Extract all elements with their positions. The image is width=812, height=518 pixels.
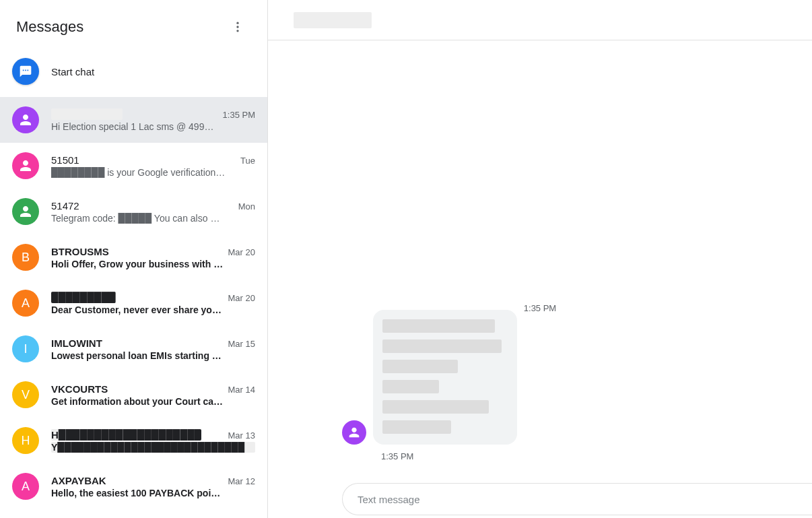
- sidebar-header: Messages: [0, 0, 267, 50]
- conversation-item[interactable]: ██████████1:35 PMHi Election special 1 L…: [0, 97, 267, 143]
- main-panel: 1:35 PM 1:35 PM: [268, 0, 812, 518]
- redacted-line: [382, 319, 495, 333]
- avatar: [12, 152, 39, 179]
- conversation-time: Mar 13: [228, 430, 255, 441]
- svg-point-1: [236, 26, 238, 28]
- start-chat-button[interactable]: Start chat: [0, 50, 267, 97]
- conversation-preview: Get information about your Court ca…: [51, 396, 255, 407]
- conversation-time: Mar 12: [228, 476, 255, 486]
- conversation-preview: Y████████████████████████████: [51, 442, 255, 453]
- conversation-time: Tue: [240, 156, 255, 166]
- conversation-body: ██████████1:35 PMHi Election special 1 L…: [51, 108, 255, 132]
- conversation-name: ██████████: [51, 108, 123, 120]
- thread-body[interactable]: 1:35 PM 1:35 PM: [268, 40, 812, 480]
- conversation-list[interactable]: ██████████1:35 PMHi Election special 1 L…: [0, 97, 267, 518]
- start-chat-label: Start chat: [51, 66, 94, 77]
- avatar: I: [12, 335, 39, 362]
- conversation-preview: Telegram code: █████ You can also …: [51, 213, 255, 224]
- conversation-name: 51501: [51, 154, 79, 166]
- compose-bar: [268, 480, 812, 518]
- sender-avatar[interactable]: [342, 420, 366, 445]
- redacted-line: [382, 420, 451, 434]
- avatar: [12, 198, 39, 225]
- conversation-time: Mar 15: [228, 339, 255, 349]
- conversation-body: BTROUSMSMar 20Holi Offer, Grow your busi…: [51, 246, 255, 269]
- conversation-time: 1:35 PM: [223, 110, 255, 120]
- message-row: [342, 310, 517, 445]
- more-vert-icon: [231, 20, 244, 34]
- conversation-item[interactable]: HH████████████████████Mar 13Y███████████…: [0, 418, 267, 463]
- conversation-item[interactable]: A█████████Mar 20Dear Customer, never eve…: [0, 280, 267, 326]
- conversation-name: VKCOURTS: [51, 383, 108, 395]
- conversation-time: Mar 14: [228, 385, 255, 395]
- conversation-name: BTROUSMS: [51, 246, 109, 257]
- svg-point-0: [236, 22, 238, 24]
- conversation-preview: Holi Offer, Grow your business with …: [51, 259, 255, 269]
- avatar: H: [12, 427, 39, 454]
- page-title: Messages: [16, 18, 83, 36]
- chat-icon: [19, 65, 32, 78]
- redacted-line: [382, 360, 458, 373]
- conversation-name: AXPAYBAK: [51, 475, 106, 486]
- conversation-name: H████████████████████: [51, 429, 201, 441]
- person-icon: [347, 425, 362, 440]
- thread-header: [268, 0, 812, 40]
- conversation-body: IMLOWINTMar 15Lowest personal loan EMIs …: [51, 337, 255, 361]
- conversation-item[interactable]: VVKCOURTSMar 14Get information about you…: [0, 372, 267, 418]
- conversation-item[interactable]: AAXPAYBAKMar 12Hello, the easiest 100 PA…: [0, 463, 267, 509]
- conversation-item[interactable]: 51472MonTelegram code: █████ You can als…: [0, 189, 267, 234]
- avatar: [12, 106, 39, 133]
- message-bubble[interactable]: [373, 310, 517, 445]
- conversation-body: H████████████████████Mar 13Y████████████…: [51, 429, 255, 453]
- conversation-item[interactable]: IIMLOWINTMar 15Lowest personal loan EMIs…: [0, 326, 267, 372]
- conversation-name: 51472: [51, 200, 79, 212]
- message-input[interactable]: [342, 483, 812, 515]
- redacted-line: [382, 400, 489, 414]
- svg-point-2: [236, 30, 238, 32]
- start-chat-fab: [12, 58, 39, 85]
- redacted-line: [382, 339, 502, 353]
- avatar: B: [12, 244, 39, 271]
- conversation-name: IMLOWINT: [51, 337, 102, 349]
- person-icon: [18, 158, 34, 174]
- conversation-item[interactable]: 51501Tue████████ is your Google verifica…: [0, 143, 267, 189]
- conversation-time: Mar 20: [228, 293, 255, 303]
- conversation-preview: Hello, the easiest 100 PAYBACK poi…: [51, 488, 255, 498]
- person-icon: [18, 203, 34, 220]
- conversation-body: AXPAYBAKMar 12Hello, the easiest 100 PAY…: [51, 475, 255, 498]
- avatar: A: [12, 290, 39, 317]
- conversation-body: 51501Tue████████ is your Google verifica…: [51, 154, 255, 178]
- conversation-body: █████████Mar 20Dear Customer, never ever…: [51, 292, 255, 315]
- message-timestamp: 1:35 PM: [381, 451, 413, 461]
- avatar: V: [12, 381, 39, 408]
- conversation-preview: Hi Election special 1 Lac sms @ 499…: [51, 121, 255, 132]
- avatar: A: [12, 473, 39, 500]
- conversation-body: VKCOURTSMar 14Get information about your…: [51, 383, 255, 407]
- conversation-item[interactable]: BBTROUSMSMar 20Holi Offer, Grow your bus…: [0, 234, 267, 280]
- conversation-time: Mar 20: [228, 247, 255, 257]
- conversation-body: 51472MonTelegram code: █████ You can als…: [51, 200, 255, 224]
- thread-timestamp: 1:35 PM: [524, 303, 556, 313]
- conversation-time: Mon: [238, 201, 255, 212]
- person-icon: [18, 112, 34, 128]
- more-options-button[interactable]: [224, 13, 251, 40]
- conversation-preview: Lowest personal loan EMIs starting …: [51, 350, 255, 361]
- conversation-name: █████████: [51, 292, 116, 303]
- thread-title-redacted: [294, 12, 372, 28]
- sidebar: Messages Start chat ██████████1:35 PMHi …: [0, 0, 268, 518]
- conversation-preview: ████████ is your Google verification…: [51, 167, 255, 178]
- redacted-line: [382, 380, 439, 393]
- conversation-preview: Dear Customer, never ever share yo…: [51, 304, 255, 315]
